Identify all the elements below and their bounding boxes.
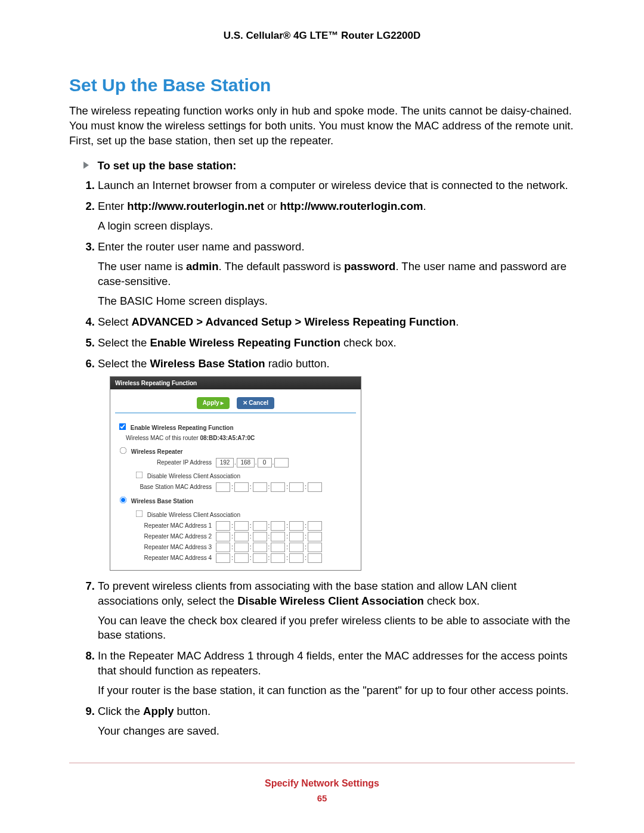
panel-body: Enable Wireless Repeating Function Wirel… [110,416,361,570]
footer-page-number: 65 [0,793,644,803]
footer-section-title: Specify Network Settings [0,778,644,789]
base-mac-oct-2[interactable] [234,482,249,492]
step-4: Select ADVANCED > Advanced Setup > Wirel… [98,315,575,330]
step-9: Click the Apply button. Your changes are… [98,704,575,739]
step-3-sub2: The BASIC Home screen displays. [98,294,575,309]
manual-page: U.S. Cellular® 4G LTE™ Router LG2200D Se… [0,0,644,833]
step-2-mid: or [264,200,280,212]
wireless-base-station-label: Wireless Base Station [131,498,193,504]
disable-assoc-row-2: Disable Wireless Client Association [133,508,355,519]
base-station-radio-row: Wireless Base Station [116,494,355,506]
wireless-repeater-label: Wireless Repeater [131,448,183,455]
repeater-ip-row: Repeater IP Address 192. 168. 0. [116,458,355,467]
step-3: Enter the router user name and password.… [98,240,575,309]
step-7-sub: You can leave the check box cleared if y… [98,614,575,643]
rep-mac1-label: Repeater MAC Address 1 [116,522,212,530]
step-8: In the Repeater MAC Address 1 through 4 … [98,649,575,698]
ip-octet-1[interactable]: 192 [216,458,234,467]
step-2: Enter http://www.routerlogin.net or http… [98,199,575,234]
section-title: Set Up the Base Station [69,75,575,95]
rep-mac2-row: Repeater MAC Address 2 : : : : : [116,532,355,541]
base-mac-row: Base Station MAC Address : : : : : [116,482,355,492]
step-2-end: . [423,200,426,212]
step-2-sub: A login screen displays. [98,219,575,234]
disable-assoc-checkbox-1[interactable] [136,472,143,479]
rep-mac1-row: Repeater MAC Address 1 : : : : : [116,521,355,531]
repeater-radio-row: Wireless Repeater [116,445,355,456]
enable-row: Enable Wireless Repeating Function [116,421,355,432]
rep-mac3-row: Repeater MAC Address 3 : : : : : [116,543,355,552]
enable-repeating-checkbox[interactable] [119,423,126,431]
step-1-text: Launch an Internet browser from a comput… [98,179,568,191]
step-5: Select the Enable Wireless Repeating Fun… [98,336,575,351]
base-mac-oct-3[interactable] [253,482,267,492]
base-mac-oct-5[interactable] [289,482,304,492]
rep-mac3-label: Repeater MAC Address 3 [116,543,212,552]
repeater-ip-label: Repeater IP Address [116,459,212,467]
ip-octet-2[interactable]: 168 [237,458,255,467]
step-8-sub: If your router is the base station, it c… [98,683,575,698]
step-2-url2: http://www.routerlogin.com [280,200,423,212]
router-mac-row: Wireless MAC of this router 08:BD:43:A5:… [126,434,355,442]
rep-mac4-label: Repeater MAC Address 4 [116,554,212,562]
wireless-base-station-radio[interactable] [120,497,127,504]
step-1: Launch an Internet browser from a comput… [98,178,575,193]
ip-octet-3[interactable]: 0 [258,458,272,467]
task-heading: To set up the base station: [83,159,575,172]
step-6: Select the Wireless Base Station radio b… [98,357,575,571]
base-mac-oct-1[interactable] [216,482,230,492]
base-mac-oct-4[interactable] [271,482,285,492]
rep-mac2-label: Repeater MAC Address 2 [116,532,212,541]
doc-header: U.S. Cellular® 4G LTE™ Router LG2200D [69,30,575,42]
wireless-repeater-radio[interactable] [120,447,127,454]
base-mac-label: Base Station MAC Address [116,483,212,491]
step-2-url1: http://www.routerlogin.net [127,200,264,212]
steps-list: Launch an Internet browser from a comput… [82,178,575,739]
intro-paragraph: The wireless repeating function works on… [69,104,575,148]
task-heading-text: To set up the base station: [97,159,236,172]
cancel-button[interactable]: ✕ Cancel [237,397,275,409]
ip-octet-4[interactable] [274,458,289,467]
step-8-text: In the Repeater MAC Address 1 through 4 … [98,649,568,677]
footer-rule [69,763,575,763]
wireless-repeating-panel: Wireless Repeating Function Apply ▸ ✕ Ca… [110,376,361,571]
rep-mac4-row: Repeater MAC Address 4 : : : : : [116,553,355,563]
step-9-sub: Your changes are saved. [98,724,575,739]
step-2-pre: Enter [98,200,127,212]
disable-assoc-checkbox-2[interactable] [136,510,143,517]
disable-assoc-label-1: Disable Wireless Client Association [147,473,240,479]
step-7: To prevent wireless clients from associa… [98,579,575,643]
router-mac-value: 08:BD:43:A5:A7:0C [200,435,255,441]
step-3-sub1: The user name is admin. The default pass… [98,259,575,289]
chevron-right-icon [83,162,89,169]
disable-assoc-row-1: Disable Wireless Client Association [133,469,355,481]
disable-assoc-label-2: Disable Wireless Client Association [147,512,240,518]
panel-button-row: Apply ▸ ✕ Cancel [115,389,356,413]
step-3-text: Enter the router user name and password. [98,240,305,253]
apply-button[interactable]: Apply ▸ [197,397,230,409]
panel-titlebar: Wireless Repeating Function [110,377,361,390]
enable-repeating-label: Enable Wireless Repeating Function [131,425,234,431]
base-mac-oct-6[interactable] [308,482,322,492]
